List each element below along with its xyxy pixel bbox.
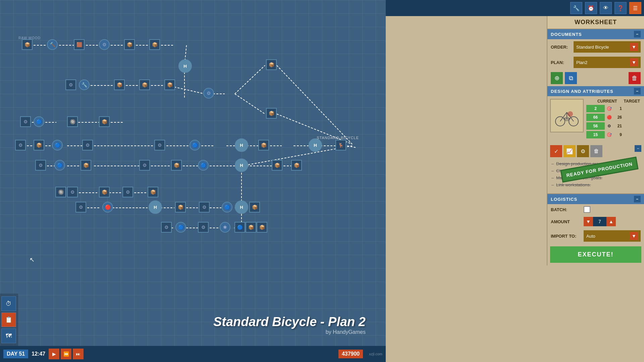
skip-btn[interactable]: ⏭ (73, 349, 84, 359)
sidebar-clock-btn[interactable]: ⏱ (1, 296, 16, 311)
node-r8-2[interactable]: 🔵 (175, 222, 186, 233)
node-r7-5[interactable]: 🔵 (222, 202, 232, 213)
batch-checkbox[interactable] (584, 206, 590, 213)
fast-forward-btn[interactable]: ⏩ (61, 349, 71, 359)
node-r4-1[interactable]: ⚙ (15, 140, 26, 150)
node-right-top[interactable]: 📦 (266, 59, 277, 70)
plan-dropdown[interactable]: Plan2 ▼ (574, 57, 641, 68)
documents-label: DOCUMENTS (551, 32, 582, 37)
node-right-mid[interactable]: 📦 (266, 108, 277, 119)
node-r2-2[interactable]: 🔧 (79, 79, 90, 90)
node-r4-5[interactable]: ⚙ (154, 140, 165, 150)
node-r2-1[interactable]: ⚙ (65, 79, 76, 90)
merge-r4-2[interactable]: H (309, 138, 322, 152)
node-r6-4[interactable]: ⚙ (122, 187, 133, 197)
import-to-value: Auto (586, 234, 595, 239)
node-r4-3[interactable]: 🔵 (52, 140, 63, 150)
node-r5-1[interactable]: ⚙ (35, 160, 46, 171)
node-r8-4[interactable]: ✱ (220, 222, 230, 233)
import-to-arrow[interactable]: ▼ (630, 232, 638, 240)
node-r2-5[interactable]: 📦 (164, 79, 175, 90)
node-r1-6[interactable]: 📦 (149, 39, 160, 50)
node-r5-6[interactable]: 🔵 (198, 160, 209, 171)
node-r4-7[interactable]: 📦 (258, 140, 269, 150)
node-r3-2[interactable]: 🔵 (34, 116, 44, 127)
documents-collapse-btn[interactable]: − (634, 31, 641, 38)
node-r7-4[interactable]: ⚙ (199, 202, 210, 213)
order-dropdown[interactable]: Standard Bicycle ▼ (574, 41, 641, 53)
toolbar-menu-btn[interactable]: ☰ (629, 2, 641, 14)
node-r3-4[interactable]: 📦 (99, 116, 110, 127)
node-r7-1[interactable]: ⚙ (75, 202, 86, 213)
import-to-label: IMPORT TO: (551, 234, 581, 239)
node-r8-6[interactable]: 📦 (246, 222, 256, 233)
node-r5-5[interactable]: 📦 (171, 160, 182, 171)
node-r7-2[interactable]: 🔴 (102, 202, 113, 213)
doc-delete-btn[interactable]: 🗑 (629, 72, 641, 84)
node-r8-7[interactable]: 📦 (257, 222, 267, 233)
play-btn[interactable]: ▶ (49, 349, 59, 359)
tab-settings[interactable]: ⚙ (577, 145, 589, 157)
node-r7-3[interactable]: 📦 (175, 202, 186, 213)
toolbar-wrench-btn[interactable]: 🔧 (570, 2, 582, 14)
node-r5-8[interactable]: 📦 (291, 160, 302, 171)
design-collapse-btn[interactable]: − (634, 88, 641, 95)
merge-r5[interactable]: H (235, 159, 248, 172)
node-r1-1[interactable]: 📦 (22, 39, 33, 50)
node-r2-4[interactable]: 📦 (139, 79, 150, 90)
node-r1-4[interactable]: ⚙ (99, 39, 110, 50)
node-r5-2[interactable]: 🔵 (54, 160, 65, 171)
node-r2-3[interactable]: 📦 (114, 79, 125, 90)
node-r1-2[interactable]: 🔨 (47, 39, 58, 50)
node-r4-2[interactable]: 📦 (34, 140, 44, 150)
tab-delete[interactable]: 🗑 (590, 145, 602, 157)
node-r6-3[interactable]: 📦 (99, 187, 110, 197)
order-dropdown-arrow[interactable]: ▼ (630, 43, 638, 51)
node-r1-3[interactable]: 🟫 (74, 39, 85, 50)
node-r4-4[interactable]: ⚙ (82, 140, 93, 150)
sidebar-clipboard-btn[interactable]: 📋 (1, 312, 16, 327)
merge-r7[interactable]: H (149, 200, 162, 214)
svg-line-14 (235, 65, 265, 94)
amount-increase-btn[interactable]: ▲ (606, 217, 616, 226)
merge-r7-2[interactable]: H (235, 200, 248, 214)
sidebar-map-btn[interactable]: 🗺 (1, 328, 16, 343)
plan-dropdown-arrow[interactable]: ▼ (630, 58, 638, 66)
standard-bicycle-canvas-label: STANDARD BICYCLE (317, 136, 359, 140)
doc-copy-btn[interactable]: ⊕ (551, 72, 563, 84)
node-r5-7[interactable]: 📦 (272, 160, 282, 171)
node-r8-1[interactable]: ⚙ (161, 222, 172, 233)
tab-chart[interactable]: 📈 (564, 145, 576, 157)
node-r7-6[interactable]: 📦 (249, 202, 260, 213)
execute-button[interactable]: EXECUTE! (550, 246, 641, 263)
import-to-dropdown[interactable]: Auto ▼ (584, 230, 641, 242)
node-r6-5[interactable]: 📦 (148, 187, 158, 197)
logistics-label: LOGISTICS (551, 197, 577, 202)
stat-icon-1: 🎯 (606, 106, 612, 112)
node-r4-6[interactable]: 🔵 (190, 140, 200, 150)
toolbar-help-btn[interactable]: ❓ (614, 2, 627, 14)
toolbar-clock-btn[interactable]: ⏰ (585, 2, 597, 14)
worksheet-title: WORKSHEET (547, 16, 644, 29)
node-r4-output[interactable]: 🦌 (335, 140, 346, 150)
cursor: ↖ (30, 256, 35, 263)
node-r8-5[interactable]: 🔵 (234, 222, 245, 233)
node-r5-3[interactable]: 📦 (80, 160, 91, 171)
node-r3-1[interactable]: ⚙ (20, 116, 31, 127)
node-r3-3[interactable]: 🔘 (67, 116, 78, 127)
merge-r4-1[interactable]: H (235, 138, 248, 152)
node-r6-2[interactable]: ⚙ (67, 187, 78, 197)
logistics-collapse-btn[interactable]: − (634, 196, 641, 202)
tab-checklist[interactable]: ✓ (550, 145, 562, 157)
merge-node-2[interactable]: ⚙ (203, 88, 214, 99)
node-r5-4[interactable]: ⚙ (139, 160, 150, 171)
doc-duplicate-btn[interactable]: ⧉ (565, 72, 577, 84)
node-r8-3[interactable]: ⚙ (198, 222, 209, 233)
merge-node-1[interactable]: H (178, 59, 192, 73)
toolbar-eye-btn[interactable]: 👁 (600, 2, 612, 14)
node-r6-1[interactable]: 🔘 (55, 187, 66, 197)
node-r1-5[interactable]: 📦 (124, 39, 135, 50)
checklist-collapse-btn[interactable]: − (635, 145, 641, 152)
stat-row-4: 15 🎯 9 (586, 131, 641, 138)
amount-decrease-btn[interactable]: ▼ (584, 217, 593, 226)
